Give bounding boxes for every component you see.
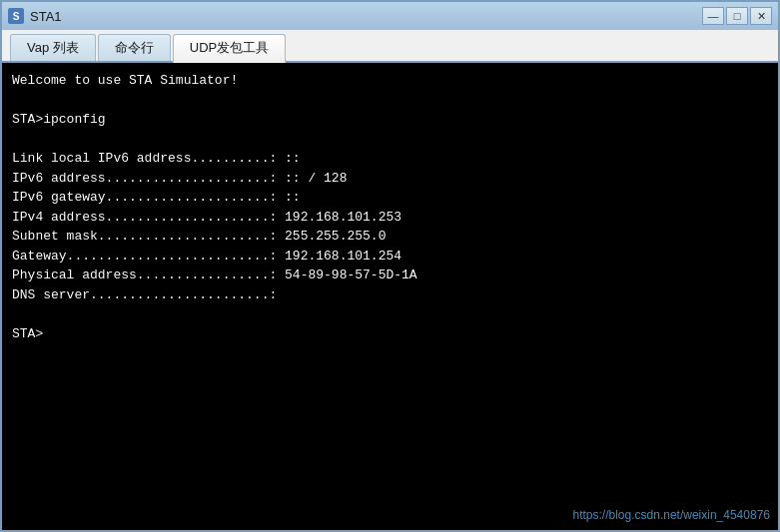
title-bar-left: S STA1 (8, 8, 62, 24)
minimize-button[interactable]: — (702, 7, 724, 25)
maximize-button[interactable]: □ (726, 7, 748, 25)
title-bar-controls: — □ ✕ (702, 7, 772, 25)
watermark-text: https://blog.csdn.net/weixin_4540876 (573, 508, 770, 522)
window-icon: S (8, 8, 24, 24)
terminal-output: Welcome to use STA Simulator! STA>ipconf… (12, 71, 768, 343)
title-bar: S STA1 — □ ✕ (2, 2, 778, 30)
close-button[interactable]: ✕ (750, 7, 772, 25)
window-title: STA1 (30, 9, 62, 24)
tab-udp[interactable]: UDP发包工具 (173, 34, 286, 63)
tab-vap[interactable]: Vap 列表 (10, 34, 96, 61)
tab-cmd[interactable]: 命令行 (98, 34, 171, 61)
tab-bar: Vap 列表 命令行 UDP发包工具 (2, 30, 778, 63)
terminal-area[interactable]: Welcome to use STA Simulator! STA>ipconf… (2, 63, 778, 530)
main-window: S STA1 — □ ✕ Vap 列表 命令行 UDP发包工具 Welcome … (0, 0, 780, 532)
